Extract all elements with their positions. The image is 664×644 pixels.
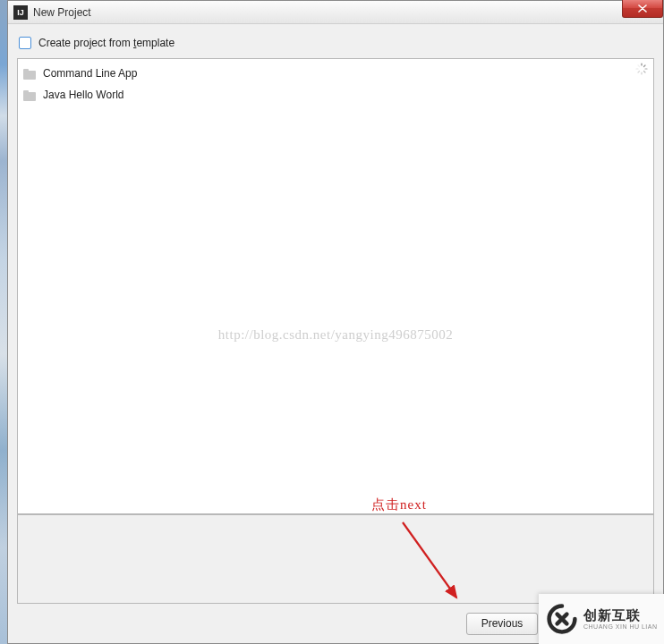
titlebar[interactable]: IJ New Project: [8, 1, 663, 24]
create-from-template-label: Create project from template: [38, 37, 175, 49]
app-icon: IJ: [13, 5, 28, 20]
checkbox-label-post: emplate: [136, 37, 175, 49]
brand-overlay: 创新互联 CHUANG XIN HU LIAN: [539, 594, 664, 644]
svg-line-3: [644, 72, 646, 73]
window-title: New Project: [33, 6, 91, 19]
watermark-text: http://blog.csdn.net/yangying496875002: [218, 327, 453, 343]
brand-logo-icon: [546, 603, 578, 635]
decorative-left-edge: [0, 0, 7, 644]
description-panel: [17, 514, 654, 604]
svg-line-7: [638, 65, 640, 67]
template-label: Command Line App: [43, 67, 137, 80]
dialog-content: Create project from template Command Lin…: [8, 24, 663, 643]
create-from-template-checkbox[interactable]: [19, 37, 31, 49]
list-item[interactable]: Command Line App: [23, 63, 648, 84]
close-icon: [638, 4, 647, 13]
list-item[interactable]: Java Hello World: [23, 84, 648, 106]
checkbox-label-pre: Create project from: [38, 37, 133, 49]
previous-button[interactable]: Previous: [466, 613, 539, 635]
folder-icon: [23, 89, 38, 101]
brand-name-cn: 创新互联: [583, 607, 658, 623]
close-button[interactable]: [622, 0, 663, 18]
svg-line-1: [644, 65, 646, 67]
brand-text: 创新互联 CHUANG XIN HU LIAN: [583, 607, 658, 631]
svg-line-5: [638, 72, 640, 73]
dialog-window: IJ New Project Create project from templ…: [7, 0, 664, 644]
folder-icon: [23, 67, 38, 80]
previous-label: Previous: [481, 617, 524, 630]
annotation-click-next-text: 点击next: [371, 496, 427, 513]
template-label: Java Hello World: [43, 89, 123, 101]
template-checkbox-row: Create project from template: [17, 33, 654, 53]
brand-name-en: CHUANG XIN HU LIAN: [583, 623, 658, 631]
template-list[interactable]: Command Line App Java Hello World: [18, 59, 653, 109]
loading-spinner-icon: [635, 63, 648, 75]
template-list-panel: Command Line App Java Hello World: [17, 58, 654, 514]
